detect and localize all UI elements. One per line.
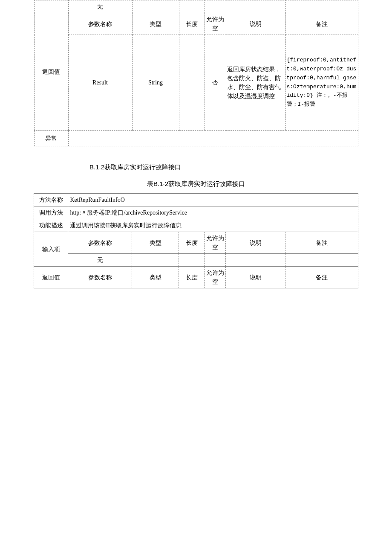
col-type: 类型 <box>132 232 179 254</box>
cell <box>226 0 285 13</box>
table-fault-interface: 方法名称 KetRepRunFaultInfoO 调用方法 http:〃服务器I… <box>34 193 358 288</box>
col-desc: 说明 <box>226 13 285 35</box>
table-row: 无 <box>34 254 358 267</box>
col-remark: 备注 <box>285 232 358 254</box>
col-length: 长度 <box>179 13 205 35</box>
section-heading: B.1.2获取库房实时运行故障接口 <box>89 163 392 171</box>
col-remark: 备注 <box>285 13 358 35</box>
cell <box>132 0 179 13</box>
cell-exception-value <box>68 131 358 146</box>
col-length: 长度 <box>179 267 205 288</box>
cell-call-value: http:〃服务器IP:端口/archiveRepositoryService <box>68 206 358 219</box>
cell-input-label: 输入项 <box>34 232 68 267</box>
col-desc: 说明 <box>226 267 285 288</box>
cell-none: 无 <box>68 254 132 267</box>
table-row: 无 <box>34 0 358 13</box>
col-param-name: 参数名称 <box>68 267 132 288</box>
col-nullable: 允许为空 <box>205 232 226 254</box>
col-type: 类型 <box>132 13 179 35</box>
col-remark: 备注 <box>285 267 358 288</box>
cell-func-label: 功能描述 <box>34 219 68 232</box>
col-nullable: 允许为空 <box>205 13 226 35</box>
cell-method-name-value: KetRepRunFaultInfoO <box>68 194 358 206</box>
cell <box>205 254 226 267</box>
cell-return-label: 返回值 <box>34 13 68 131</box>
cell-result-nullable: 否 <box>205 35 226 131</box>
cell <box>226 254 285 267</box>
cell-method-name-label: 方法名称 <box>34 194 68 206</box>
cell-result-remark: {fireproof:0,antitheft:0,waterproof:Oz d… <box>285 35 358 131</box>
table-row-header: 返回值 参数名称 类型 长度 允许为空 说明 备注 <box>34 13 358 35</box>
table-row-header: 返回值 参数名称 类型 长度 允许为空 说明 备注 <box>34 267 358 288</box>
table-row: 方法名称 KetRepRunFaultInfoO <box>34 194 358 206</box>
col-desc: 说明 <box>226 232 285 254</box>
cell <box>285 0 358 13</box>
col-param-name: 参数名称 <box>68 232 132 254</box>
col-param-name: 参数名称 <box>68 13 132 35</box>
table-row: Result String 否 返回库房状态结果，包含防火、防盗、防水、防尘、防… <box>34 35 358 131</box>
cell-result-name: Result <box>68 35 132 131</box>
table-row: 调用方法 http:〃服务器IP:端口/archiveRepositorySer… <box>34 206 358 219</box>
cell-empty <box>34 0 68 13</box>
cell-return-label: 返回值 <box>34 267 68 288</box>
cell-none: 无 <box>68 0 132 13</box>
cell <box>285 254 358 267</box>
col-nullable: 允许为空 <box>205 267 226 288</box>
col-type: 类型 <box>132 267 179 288</box>
cell-exception-label: 异常 <box>34 131 68 146</box>
table-return-status: 无 返回值 参数名称 类型 长度 允许为空 说明 备注 Result Strin… <box>34 0 358 146</box>
col-length: 长度 <box>179 232 205 254</box>
cell-call-label: 调用方法 <box>34 206 68 219</box>
cell <box>179 0 205 13</box>
cell <box>179 254 205 267</box>
cell <box>132 254 179 267</box>
table-caption: 表B.1·2获取库房实时运行故障接口 <box>0 180 392 188</box>
cell-result-type: String <box>132 35 179 131</box>
cell-func-value: 通过调用该接II获取库房实时运行故障信息 <box>68 219 358 232</box>
table-row-header: 输入项 参数名称 类型 长度 允许为空 说明 备注 <box>34 232 358 254</box>
cell <box>205 0 226 13</box>
cell-result-desc: 返回库房状态结果，包含防火、防盗、防水、防尘、防有害气体以及温湿度调控 <box>226 35 285 131</box>
table-row: 异常 <box>34 131 358 146</box>
table-row: 功能描述 通过调用该接II获取库房实时运行故障信息 <box>34 219 358 232</box>
cell-result-length <box>179 35 205 131</box>
